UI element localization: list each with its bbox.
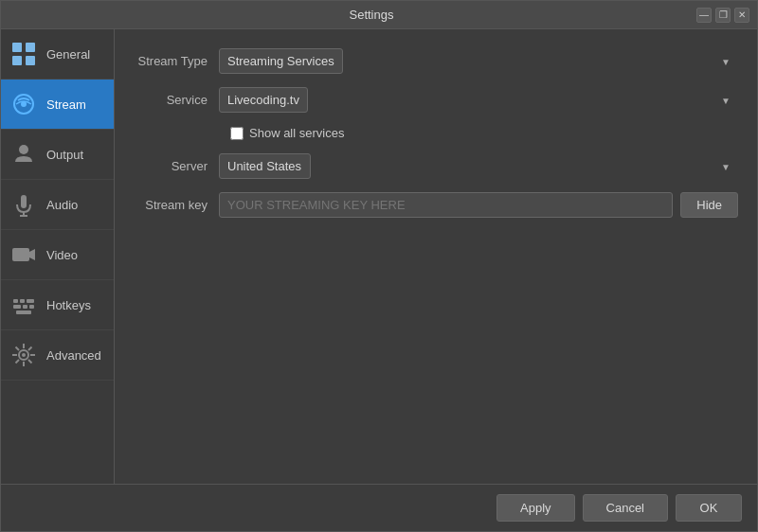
svg-marker-11: [29, 249, 35, 260]
stream-type-select[interactable]: Streaming Services: [219, 48, 343, 74]
server-label: Server: [134, 159, 219, 173]
content-area: General Stream: [1, 29, 757, 484]
cancel-button[interactable]: Cancel: [583, 494, 668, 522]
sidebar-hotkeys-label: Hotkeys: [46, 298, 91, 312]
output-icon: [9, 139, 39, 169]
stream-type-select-wrapper: Streaming Services: [219, 48, 738, 74]
svg-rect-10: [12, 248, 29, 261]
restore-button[interactable]: ❐: [715, 8, 731, 23]
close-button[interactable]: ✕: [734, 8, 749, 23]
svg-rect-16: [23, 305, 27, 309]
svg-line-27: [28, 347, 32, 351]
sidebar: General Stream: [1, 29, 115, 484]
svg-rect-13: [20, 299, 25, 303]
hotkeys-icon: [9, 290, 39, 320]
sidebar-item-audio[interactable]: Audio: [1, 180, 114, 230]
sidebar-advanced-label: Advanced: [46, 348, 101, 363]
svg-rect-15: [13, 305, 21, 309]
main-content: Stream Type Streaming Services Service L…: [115, 29, 757, 484]
stream-type-label: Stream Type: [134, 54, 219, 68]
server-control: United States: [219, 153, 738, 179]
stream-key-input[interactable]: [219, 192, 673, 218]
sidebar-output-label: Output: [46, 148, 83, 162]
show-all-services-row: Show all services: [230, 126, 738, 140]
sidebar-item-hotkeys[interactable]: Hotkeys: [1, 280, 114, 330]
title-bar: Settings — ❐ ✕: [1, 1, 757, 29]
audio-icon: [9, 189, 39, 220]
svg-point-6: [19, 145, 28, 154]
stream-icon: [9, 89, 39, 119]
sidebar-item-stream[interactable]: Stream: [1, 80, 114, 130]
hide-button[interactable]: Hide: [680, 192, 738, 218]
show-all-services-label[interactable]: Show all services: [249, 126, 344, 140]
stream-type-row: Stream Type Streaming Services: [134, 48, 738, 74]
sidebar-audio-label: Audio: [46, 198, 78, 212]
window-title: Settings: [46, 8, 696, 22]
svg-rect-7: [21, 195, 27, 208]
stream-type-control: Streaming Services: [219, 48, 738, 74]
svg-rect-18: [16, 310, 31, 314]
server-select-wrapper: United States: [219, 153, 738, 179]
svg-point-5: [21, 101, 27, 107]
service-select[interactable]: Livecoding.tv: [219, 87, 308, 113]
server-row: Server United States: [134, 153, 738, 179]
window-controls: — ❐ ✕: [696, 8, 749, 23]
sidebar-video-label: Video: [46, 248, 78, 262]
settings-window: Settings — ❐ ✕ General: [0, 0, 758, 532]
general-icon: [9, 39, 39, 69]
apply-button[interactable]: Apply: [496, 494, 575, 522]
svg-rect-3: [26, 56, 35, 65]
service-row: Service Livecoding.tv: [134, 87, 738, 113]
svg-line-26: [28, 360, 32, 364]
video-icon: [9, 239, 39, 270]
stream-key-row: Stream key Hide: [134, 192, 738, 218]
sidebar-item-video[interactable]: Video: [1, 230, 114, 280]
svg-line-28: [16, 360, 20, 364]
svg-rect-1: [26, 43, 35, 52]
svg-rect-2: [12, 56, 22, 65]
sidebar-item-output[interactable]: Output: [1, 130, 114, 180]
footer: Apply Cancel OK: [1, 484, 757, 531]
sidebar-general-label: General: [46, 47, 90, 62]
svg-rect-0: [12, 43, 22, 52]
minimize-button[interactable]: —: [696, 8, 712, 23]
svg-point-20: [22, 353, 26, 357]
show-all-services-checkbox[interactable]: [230, 127, 244, 140]
sidebar-item-advanced[interactable]: Advanced: [1, 330, 114, 381]
ok-button[interactable]: OK: [676, 494, 742, 522]
service-control: Livecoding.tv: [219, 87, 738, 113]
svg-rect-17: [29, 305, 34, 309]
sidebar-stream-label: Stream: [46, 98, 86, 112]
stream-key-label: Stream key: [134, 198, 219, 212]
service-label: Service: [134, 93, 219, 107]
service-select-wrapper: Livecoding.tv: [219, 87, 738, 113]
stream-key-control: Hide: [219, 192, 738, 218]
sidebar-item-general[interactable]: General: [1, 29, 114, 80]
svg-line-25: [16, 347, 20, 351]
server-select[interactable]: United States: [219, 153, 311, 179]
svg-rect-12: [13, 299, 18, 303]
advanced-icon: [9, 340, 39, 370]
svg-rect-14: [27, 299, 34, 303]
